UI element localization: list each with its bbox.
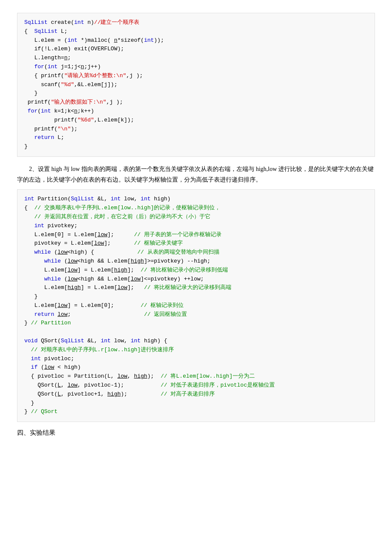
code-block-2: int Partition(SqlList &L, int low, int h… [17, 189, 375, 422]
section-title: 四、实验结果 [17, 429, 375, 437]
code-block-1: SqlList create(int n)//建立一个顺序表 { SqlList… [17, 13, 375, 157]
page-content: SqlList create(int n)//建立一个顺序表 { SqlList… [17, 13, 375, 437]
paragraph-1: 2、设置 high 与 low 指向表的两端，表的第一个数充当关键字依次从表的右… [17, 164, 375, 185]
